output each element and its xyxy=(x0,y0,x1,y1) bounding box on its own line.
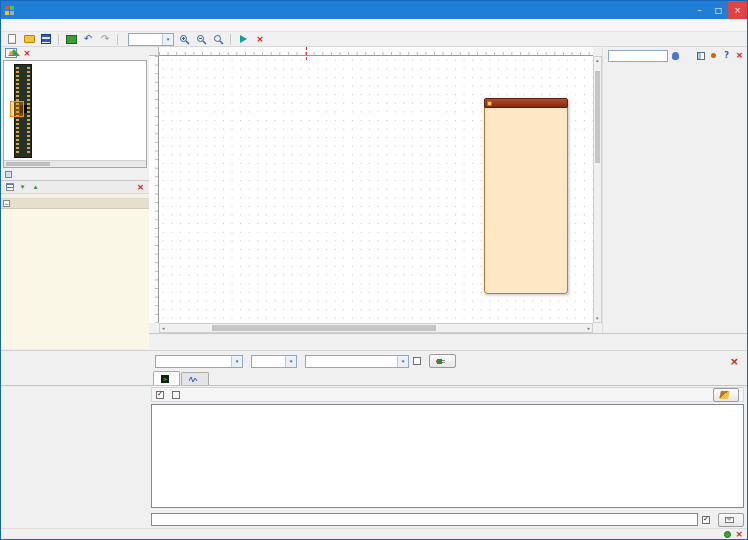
menu-bar xyxy=(1,19,747,32)
ads-status-icon xyxy=(724,531,731,538)
adc-component-block[interactable] xyxy=(484,98,568,294)
broom-icon xyxy=(719,391,730,399)
properties-icon xyxy=(5,171,12,178)
board-preview-scrollbar[interactable] xyxy=(4,160,146,167)
footer: × xyxy=(1,528,747,539)
reset-checkbox[interactable] xyxy=(413,357,421,365)
board-preview-toolbar: × xyxy=(1,47,149,59)
terminal-icon: > xyxy=(161,375,169,383)
status-bar xyxy=(149,333,747,350)
chevron-down-icon: ▾ xyxy=(162,34,173,45)
close-icon[interactable]: × xyxy=(135,182,146,193)
undo-icon[interactable]: ↶ xyxy=(81,33,95,46)
send-row: ✓ xyxy=(151,511,744,528)
connect-button[interactable] xyxy=(429,354,456,368)
hold-checkbox[interactable] xyxy=(172,391,180,399)
scope-icon xyxy=(189,375,198,384)
adc-block-body xyxy=(484,108,568,294)
envelope-icon xyxy=(725,517,734,523)
upload-to-arduino-icon[interactable] xyxy=(236,33,250,46)
maximize-button[interactable]: □ xyxy=(709,1,728,19)
close-button[interactable]: × xyxy=(728,1,747,19)
dock-icon[interactable] xyxy=(695,49,706,62)
auto-scroll-checkbox[interactable]: ✓ xyxy=(156,391,164,399)
zoom-level-select[interactable]: ▾ xyxy=(128,33,174,46)
format-select[interactable]: ▾ xyxy=(305,355,409,368)
visuino-window: – □ × ↶ ↷ ▾ × × xyxy=(0,0,748,540)
minimize-button[interactable]: – xyxy=(690,1,709,19)
scrollbar-thumb[interactable] xyxy=(595,71,600,163)
scrollbar-thumb[interactable] xyxy=(212,325,436,331)
auto-clear-checkbox[interactable]: ✓ xyxy=(702,516,710,524)
component-results xyxy=(603,62,747,322)
zoom-fit-icon[interactable] xyxy=(211,33,225,46)
design-canvas: ▴▾ ◂▸ xyxy=(149,47,602,333)
horizontal-ruler xyxy=(159,47,593,56)
arduino-board-thumbnail[interactable] xyxy=(14,64,32,158)
new-project-icon[interactable] xyxy=(5,33,19,46)
user-icon[interactable] xyxy=(670,49,681,62)
title-bar: – □ × xyxy=(1,1,747,19)
property-category-row[interactable]: − xyxy=(1,199,149,209)
board-select-icon[interactable] xyxy=(64,33,78,46)
component-search-input[interactable] xyxy=(608,50,668,62)
tab-terminal[interactable]: > xyxy=(153,371,180,385)
board-selection-highlight xyxy=(10,101,24,117)
app-logo-icon xyxy=(5,6,14,15)
properties-toolbar: ▾ ▴ × xyxy=(1,181,149,194)
properties-panel: − xyxy=(1,194,149,349)
tab-scope[interactable] xyxy=(181,372,209,385)
help-icon[interactable]: ? xyxy=(721,49,732,62)
board-image-icon[interactable] xyxy=(4,47,18,60)
zoom-in-icon[interactable] xyxy=(177,33,191,46)
vertical-ruler xyxy=(149,56,159,323)
ads-close-icon[interactable]: × xyxy=(735,530,743,539)
chevron-down-icon: ▾ xyxy=(231,356,242,367)
insert-position-marker xyxy=(306,47,307,60)
board-pads xyxy=(27,67,30,155)
vertical-scrollbar[interactable]: ▴▾ xyxy=(593,56,602,323)
disconnect-icon[interactable]: × xyxy=(730,356,739,367)
ruler-corner xyxy=(149,47,159,56)
properties-tab[interactable] xyxy=(1,168,149,181)
canvas-body[interactable] xyxy=(159,56,593,323)
main-toolbar: ↶ ↷ ▾ × xyxy=(1,32,747,47)
properties-empty-area xyxy=(1,209,149,349)
left-panel: × ▾ ▴ × − xyxy=(1,47,149,350)
chip-icon xyxy=(487,101,492,106)
send-button[interactable] xyxy=(718,513,744,527)
board-preview[interactable] xyxy=(3,60,147,168)
close-icon[interactable]: × xyxy=(734,49,745,62)
connection-row: ▾ ▾ ▾ × xyxy=(1,351,747,371)
palette-toolbar: ? × xyxy=(603,47,747,62)
port-select[interactable]: ▾ xyxy=(155,355,243,368)
close-icon[interactable]: × xyxy=(20,47,34,60)
save-project-icon[interactable] xyxy=(39,33,53,46)
clear-button[interactable] xyxy=(713,388,739,402)
collapse-all-icon[interactable]: ▴ xyxy=(30,182,41,193)
zoom-out-icon[interactable] xyxy=(194,33,208,46)
terminal-tabs: > xyxy=(1,371,747,386)
adc-block-header[interactable] xyxy=(484,98,568,108)
speed-select[interactable]: ▾ xyxy=(251,355,297,368)
open-project-icon[interactable] xyxy=(22,33,36,46)
categorized-view-icon[interactable] xyxy=(4,182,15,193)
terminal-controls: ✓ xyxy=(151,387,744,402)
plug-icon xyxy=(436,357,446,366)
redo-icon[interactable]: ↷ xyxy=(98,33,112,46)
component-palette-panel: ? × xyxy=(602,47,747,333)
chevron-down-icon: ▾ xyxy=(397,356,408,367)
collapse-icon[interactable]: − xyxy=(3,200,10,207)
chevron-down-icon: ▾ xyxy=(285,356,296,367)
expand-all-icon[interactable]: ▾ xyxy=(17,182,28,193)
delete-icon[interactable]: × xyxy=(253,33,267,46)
scrollbar-thumb[interactable] xyxy=(6,162,50,166)
horizontal-scrollbar[interactable]: ◂▸ xyxy=(159,323,593,333)
serial-panel: ▾ ▾ ▾ × > ✓ ✓ xyxy=(1,350,747,539)
terminal-input[interactable] xyxy=(151,513,698,526)
terminal-output[interactable] xyxy=(151,404,744,508)
pin-panel-icon[interactable] xyxy=(708,49,719,62)
